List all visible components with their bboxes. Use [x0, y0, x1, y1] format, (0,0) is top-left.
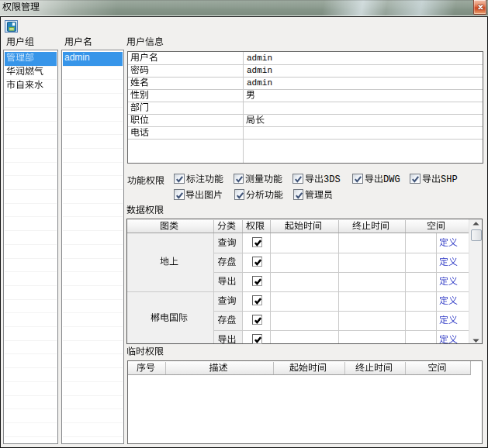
svg-text:admin: admin — [247, 78, 272, 88]
svg-text:SHP: SHP — [441, 174, 458, 185]
svg-text:DWG: DWG — [383, 174, 400, 185]
svg-text:3DS: 3DS — [324, 174, 341, 185]
svg-text:admin: admin — [64, 52, 90, 63]
svg-text:admin: admin — [247, 53, 272, 63]
svg-text:admin: admin — [247, 66, 272, 75]
